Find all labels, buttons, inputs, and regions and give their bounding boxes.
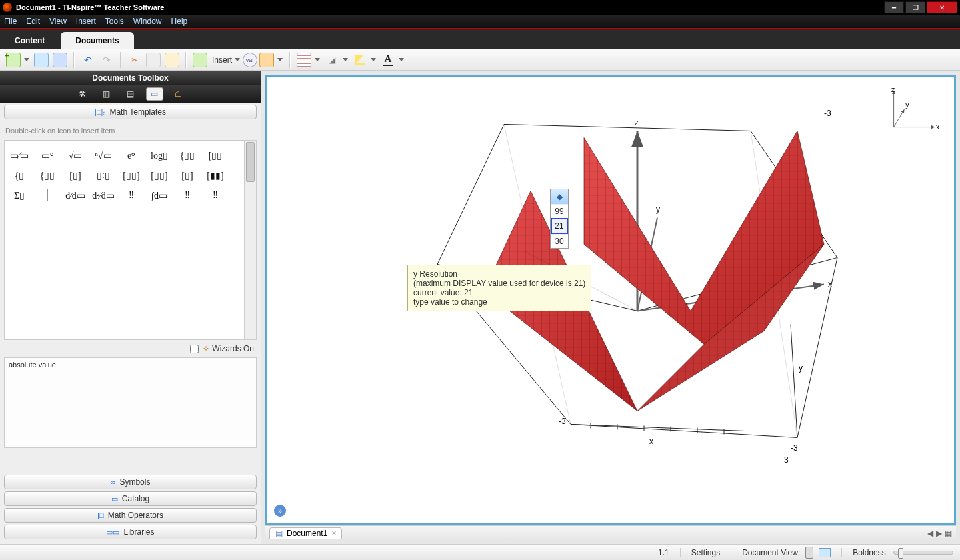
wizards-toggle[interactable]: ✧ Wizards On <box>0 340 261 357</box>
tab-prev-icon[interactable]: ◀ <box>927 529 933 538</box>
template-item[interactable]: Σ▯ <box>9 187 30 203</box>
menu-edit[interactable]: Edit <box>26 17 40 26</box>
text-color-button[interactable]: A <box>383 53 393 66</box>
variables-button[interactable]: var <box>243 53 257 67</box>
insert-label[interactable]: Insert <box>212 55 232 65</box>
scrollbar[interactable] <box>244 141 256 339</box>
template-item[interactable]: [▯▯ <box>205 147 226 163</box>
page-indicator[interactable]: 1.1 <box>647 548 669 557</box>
tab-next-icon[interactable]: ▶ <box>936 529 942 538</box>
section-math-operators[interactable]: ∫□Math Operators <box>4 508 257 523</box>
menu-help[interactable]: Help <box>171 17 188 26</box>
scrollbar-thumb[interactable] <box>246 142 255 182</box>
template-item[interactable]: log▯ <box>149 147 170 163</box>
separator <box>185 52 187 68</box>
template-item[interactable]: ‼ <box>121 187 142 203</box>
redo-button[interactable]: ↷ <box>99 53 114 67</box>
template-item[interactable]: [▯] <box>177 167 198 183</box>
document-tab[interactable]: ▤ Document1 × <box>269 527 342 539</box>
resolution-popup[interactable]: ◆ 99 21 30 <box>550 189 569 249</box>
undo-button[interactable]: ↶ <box>81 53 95 67</box>
dropdown-icon[interactable] <box>277 58 283 61</box>
new-doc-button[interactable] <box>6 53 21 67</box>
dropdown-icon[interactable] <box>343 58 348 61</box>
menu-insert[interactable]: Insert <box>76 17 96 26</box>
cut-button[interactable]: ✂ <box>127 53 142 67</box>
open-doc-button[interactable] <box>34 53 49 67</box>
window-close-button[interactable]: ✕ <box>927 1 957 13</box>
documents-toolbox-panel: Documents Toolbox 🛠 ▥ ▤ ▭ 🗀 |□|₀ Math Te… <box>0 71 261 544</box>
svg-line-11 <box>571 424 744 431</box>
handheld-view-icon[interactable] <box>805 547 813 559</box>
search-result-box[interactable]: absolute value <box>4 357 257 448</box>
menu-window[interactable]: Window <box>133 17 162 26</box>
svg-text:-3: -3 <box>824 109 831 118</box>
wizards-checkbox[interactable] <box>190 345 199 353</box>
slider-knob[interactable] <box>898 548 903 559</box>
close-tab-icon[interactable]: × <box>331 529 336 538</box>
tab-content[interactable]: Content <box>0 32 59 49</box>
insert-page-button[interactable] <box>193 53 207 67</box>
resolution-value-z[interactable]: 30 <box>551 234 568 248</box>
resolution-value-y[interactable]: 21 <box>551 218 568 234</box>
tab-documents[interactable]: Documents <box>61 32 133 49</box>
section-catalog[interactable]: ▭Catalog <box>4 491 257 506</box>
save-button[interactable] <box>53 53 67 67</box>
settings-button[interactable]: Settings <box>680 548 720 557</box>
window-minimize-button[interactable]: ━ <box>884 1 904 13</box>
template-item[interactable]: ┼ <box>37 187 58 203</box>
table-button[interactable] <box>297 53 311 67</box>
calculator-icon[interactable]: ▤ <box>122 87 139 101</box>
template-item[interactable]: ▭ᵒ <box>37 147 58 163</box>
svg-text:-3: -3 <box>559 417 566 426</box>
dropdown-icon[interactable] <box>315 58 320 61</box>
expand-icon[interactable]: » <box>274 505 286 517</box>
template-item[interactable]: ⁿ√▭ <box>93 147 114 163</box>
fill-color-button[interactable]: ◢ <box>325 53 339 67</box>
copy-button[interactable] <box>146 53 161 67</box>
window-maximize-button[interactable]: ❐ <box>905 1 925 13</box>
section-symbols[interactable]: ∞Symbols <box>4 475 257 489</box>
template-item[interactable]: [▮▮] <box>205 167 226 183</box>
template-item[interactable]: √▭ <box>65 147 86 163</box>
template-item[interactable]: ▭⁄▭ <box>9 147 30 163</box>
paste-button[interactable] <box>165 53 179 67</box>
tab-list-icon[interactable]: ▦ <box>945 529 952 538</box>
template-item[interactable]: ‼ <box>205 187 226 203</box>
template-item[interactable]: [▯▯] <box>121 167 142 183</box>
highlight-button[interactable] <box>355 55 365 65</box>
template-item[interactable]: {▯▯ <box>37 167 58 183</box>
utilities-icon[interactable]: ▭ <box>146 87 163 101</box>
menu-tools[interactable]: Tools <box>105 17 124 26</box>
graph-canvas[interactable]: x y z <box>265 75 956 525</box>
tools-icon[interactable]: 🛠 <box>74 87 91 101</box>
resolution-popup-header-icon[interactable]: ◆ <box>551 189 568 204</box>
template-item[interactable]: eᵒ <box>121 147 142 163</box>
resolution-value-x[interactable]: 99 <box>551 204 568 218</box>
catalog-icon: ▭ <box>111 495 118 503</box>
axis-orientation-gizmo[interactable]: x y z <box>882 86 941 145</box>
section-libraries[interactable]: ▭▭Libraries <box>4 525 257 539</box>
dropdown-icon[interactable] <box>235 58 240 61</box>
content-icon[interactable]: 🗀 <box>170 87 187 101</box>
template-item[interactable]: d⁄d▭ <box>65 187 86 203</box>
template-item[interactable]: {▯ <box>9 167 30 183</box>
dropdown-icon[interactable] <box>371 58 376 61</box>
template-item[interactable]: ▯∶▯ <box>93 167 114 183</box>
screenshot-button[interactable] <box>259 53 274 67</box>
section-math-templates[interactable]: |□|₀ Math Templates <box>4 105 257 119</box>
menu-file[interactable]: File <box>4 17 17 26</box>
computer-view-icon[interactable] <box>819 548 831 557</box>
page-sorter-icon[interactable]: ▥ <box>98 87 115 101</box>
template-item[interactable]: [▯] <box>65 167 86 183</box>
template-item[interactable]: ‼ <box>177 187 198 203</box>
menu-view[interactable]: View <box>49 17 67 26</box>
template-item[interactable]: ∫d▭ <box>149 187 170 203</box>
template-item[interactable]: {▯▯ <box>177 147 198 163</box>
template-item[interactable]: [▯▯] <box>149 167 170 183</box>
document-view-label: Document View: <box>742 548 800 557</box>
dropdown-icon[interactable] <box>399 58 404 61</box>
boldness-slider[interactable] <box>893 551 953 555</box>
template-item[interactable]: d²⁄d▭ <box>93 187 114 203</box>
dropdown-icon[interactable] <box>24 58 29 61</box>
